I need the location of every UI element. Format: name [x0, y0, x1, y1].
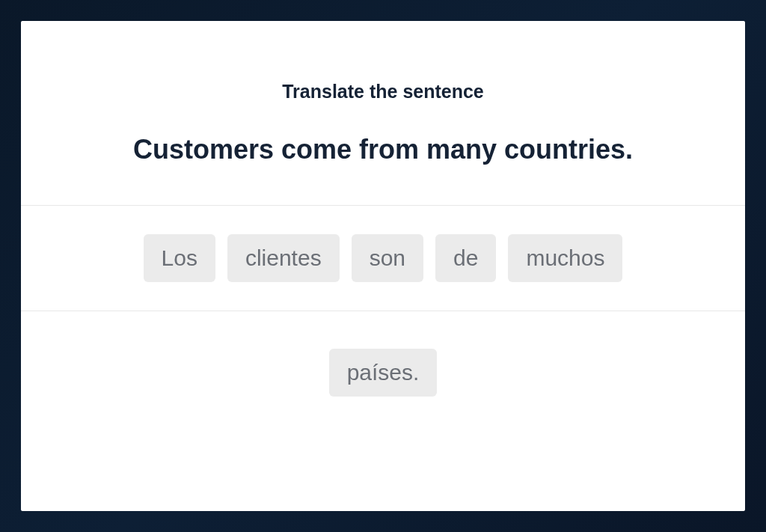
- prompt-section: Translate the sentence Customers come fr…: [21, 21, 745, 206]
- answer-word[interactable]: Los: [144, 234, 215, 282]
- answer-word[interactable]: muchos: [508, 234, 622, 282]
- answer-word[interactable]: clientes: [227, 234, 340, 282]
- word-bank: países.: [21, 311, 745, 434]
- bank-word[interactable]: países.: [329, 349, 438, 397]
- instruction-text: Translate the sentence: [51, 81, 715, 103]
- exercise-card: Translate the sentence Customers come fr…: [21, 21, 745, 511]
- answer-word[interactable]: de: [435, 234, 496, 282]
- source-sentence: Customers come from many countries.: [51, 132, 715, 168]
- answer-row[interactable]: Los clientes son de muchos: [21, 206, 745, 311]
- answer-word[interactable]: son: [352, 234, 423, 282]
